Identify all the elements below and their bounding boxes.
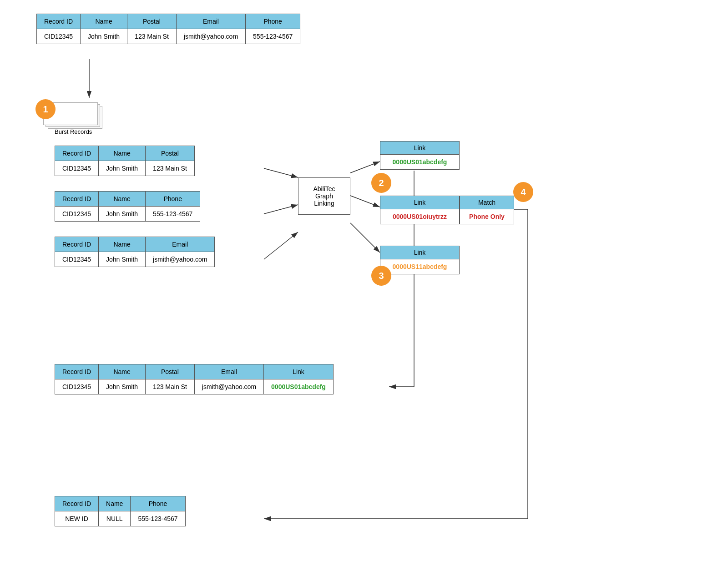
step3-label: 3	[379, 271, 384, 281]
postal-row-id: CID12345	[55, 161, 99, 176]
phone-header-phone: Phone	[146, 192, 200, 207]
phone-row-phone: 555-123-4567	[146, 207, 200, 222]
abilitec-box: AbiliTec GraphLinking	[298, 177, 350, 215]
phone-header-name: Name	[99, 192, 146, 207]
bt1-header-name: Name	[99, 364, 146, 379]
table-postal-container: Record ID Name Postal CID12345 John Smit…	[55, 146, 195, 176]
svg-line-6	[350, 196, 380, 207]
email-row-id: CID12345	[55, 252, 99, 267]
link-box-3-value: 0000US11abcdefg	[380, 259, 459, 274]
top-table-header-name: Name	[81, 14, 127, 29]
bt2-row-phone: 555-123-4567	[131, 511, 185, 526]
postal-header-postal: Postal	[146, 146, 195, 161]
table-email: Record ID Name Email CID12345 John Smith…	[55, 237, 215, 267]
top-table-email: jsmith@yahoo.com	[176, 29, 245, 44]
bt1-header-link: Link	[264, 364, 334, 379]
postal-header-id: Record ID	[55, 146, 99, 161]
phone-row-name: John Smith	[99, 207, 146, 222]
link-box-2-header: Link	[380, 196, 459, 209]
abilitec-label: AbiliTec GraphLinking	[313, 185, 335, 207]
bottom-table1-container: Record ID Name Postal Email Link CID1234…	[55, 364, 334, 394]
top-table-name: John Smith	[81, 29, 127, 44]
step3-circle: 3	[371, 266, 391, 286]
table-postal: Record ID Name Postal CID12345 John Smit…	[55, 146, 195, 176]
link-box-2-wrapper: Link 0000US01oiuytrzz Match Phone Only	[380, 196, 514, 224]
top-table-id: CID12345	[37, 29, 81, 44]
bottom-table1: Record ID Name Postal Email Link CID1234…	[55, 364, 334, 394]
postal-header-name: Name	[99, 146, 146, 161]
postal-row-postal: 123 Main St	[146, 161, 195, 176]
top-table: Record ID Name Postal Email Phone CID123…	[36, 14, 300, 44]
bt1-row-email: jsmith@yahoo.com	[194, 379, 263, 394]
link-box-2: Link 0000US01oiuytrzz	[380, 196, 460, 224]
svg-line-7	[350, 223, 380, 253]
step1-circle: 1	[35, 99, 56, 119]
bt1-header-postal: Postal	[146, 364, 195, 379]
bt1-row-link: 0000US01abcdefg	[264, 379, 334, 394]
step4-circle: 4	[513, 182, 533, 202]
phone-row-id: CID12345	[55, 207, 99, 222]
svg-line-3	[264, 205, 298, 214]
email-header-id: Record ID	[55, 237, 99, 252]
table-phone-container: Record ID Name Phone CID12345 John Smith…	[55, 191, 200, 222]
top-table-header-postal: Postal	[127, 14, 177, 29]
svg-line-4	[264, 232, 298, 259]
phone-header-id: Record ID	[55, 192, 99, 207]
top-table-header-phone: Phone	[246, 14, 300, 29]
bt2-row-name: NULL	[99, 511, 131, 526]
bottom-table2-container: Record ID Name Phone NEW ID NULL 555-123…	[55, 496, 186, 526]
email-row-email: jsmith@yahoo.com	[146, 252, 215, 267]
top-table-header-id: Record ID	[37, 14, 81, 29]
bt1-row-name: John Smith	[99, 379, 146, 394]
svg-line-5	[350, 162, 380, 173]
burst-label: Burst Records	[55, 128, 92, 135]
step2-circle: 2	[371, 173, 391, 193]
link-box-3-header: Link	[380, 246, 459, 259]
match-box-header: Match	[460, 196, 514, 209]
table-email-container: Record ID Name Email CID12345 John Smith…	[55, 237, 215, 267]
svg-line-2	[264, 168, 298, 177]
postal-row-name: John Smith	[99, 161, 146, 176]
email-header-name: Name	[99, 237, 146, 252]
match-box: Match Phone Only	[460, 196, 514, 224]
top-table-postal: 123 Main St	[127, 29, 177, 44]
step1-label: 1	[43, 104, 48, 115]
link-box-1-header: Link	[380, 141, 459, 155]
top-table-phone: 555-123-4567	[246, 29, 300, 44]
bt2-header-name: Name	[99, 496, 131, 511]
link-box-1-value: 0000US01abcdefg	[380, 155, 459, 169]
bt1-row-postal: 123 Main St	[146, 379, 195, 394]
email-header-email: Email	[146, 237, 215, 252]
bt2-header-phone: Phone	[131, 496, 185, 511]
bottom-table2: Record ID Name Phone NEW ID NULL 555-123…	[55, 496, 186, 526]
top-table-header-email: Email	[176, 14, 245, 29]
email-row-name: John Smith	[99, 252, 146, 267]
step2-label: 2	[379, 178, 384, 188]
bt1-row-id: CID12345	[55, 379, 99, 394]
link-box-3: Link 0000US11abcdefg	[380, 246, 460, 274]
link-box-1: Link 0000US01abcdefg	[380, 141, 460, 170]
link-box-2-value: 0000US01oiuytrzz	[380, 209, 459, 224]
bt2-row-id: NEW ID	[55, 511, 99, 526]
bt1-header-id: Record ID	[55, 364, 99, 379]
bt2-header-id: Record ID	[55, 496, 99, 511]
table-phone: Record ID Name Phone CID12345 John Smith…	[55, 191, 200, 222]
step4-label: 4	[521, 187, 526, 197]
top-table-container: Record ID Name Postal Email Phone CID123…	[36, 14, 300, 44]
bt1-header-email: Email	[194, 364, 263, 379]
match-box-value: Phone Only	[460, 209, 514, 224]
